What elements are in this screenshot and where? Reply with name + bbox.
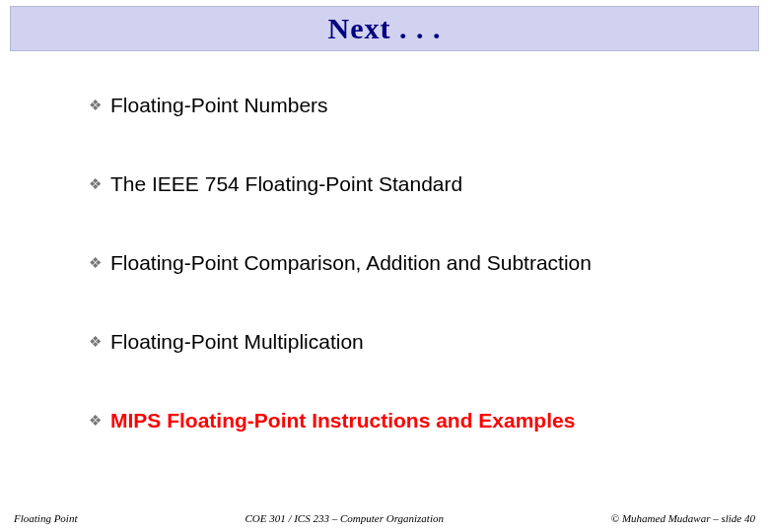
list-item: ❖ The IEEE 754 Floating-Point Standard bbox=[89, 172, 710, 196]
footer-right: © Muhamed Mudawar – slide 40 bbox=[611, 512, 755, 524]
list-item-label: Floating-Point Comparison, Addition and … bbox=[110, 251, 592, 275]
diamond-bullet-icon: ❖ bbox=[89, 409, 106, 432]
slide: Next . . . ❖ Floating-Point Numbers ❖ Th… bbox=[0, 0, 769, 532]
diamond-bullet-icon: ❖ bbox=[89, 172, 106, 196]
list-item: ❖ Floating-Point Comparison, Addition an… bbox=[89, 251, 710, 275]
title-band: Next . . . bbox=[10, 6, 759, 51]
list-item-label: MIPS Floating-Point Instructions and Exa… bbox=[110, 409, 575, 432]
diamond-bullet-icon: ❖ bbox=[89, 330, 106, 354]
footer-center: COE 301 / ICS 233 – Computer Organizatio… bbox=[77, 512, 610, 524]
list-item-label: Floating-Point Multiplication bbox=[110, 330, 364, 354]
slide-body: ❖ Floating-Point Numbers ❖ The IEEE 754 … bbox=[89, 94, 710, 488]
list-item: ❖ Floating-Point Numbers bbox=[89, 94, 710, 117]
slide-title: Next . . . bbox=[328, 12, 442, 45]
list-item-label: Floating-Point Numbers bbox=[110, 94, 328, 117]
list-item-active: ❖ MIPS Floating-Point Instructions and E… bbox=[89, 409, 710, 432]
slide-footer: Floating Point COE 301 / ICS 233 – Compu… bbox=[0, 508, 769, 524]
list-item-label: The IEEE 754 Floating-Point Standard bbox=[110, 172, 462, 196]
diamond-bullet-icon: ❖ bbox=[89, 94, 106, 117]
diamond-bullet-icon: ❖ bbox=[89, 251, 106, 275]
footer-left: Floating Point bbox=[14, 512, 77, 524]
list-item: ❖ Floating-Point Multiplication bbox=[89, 330, 710, 354]
